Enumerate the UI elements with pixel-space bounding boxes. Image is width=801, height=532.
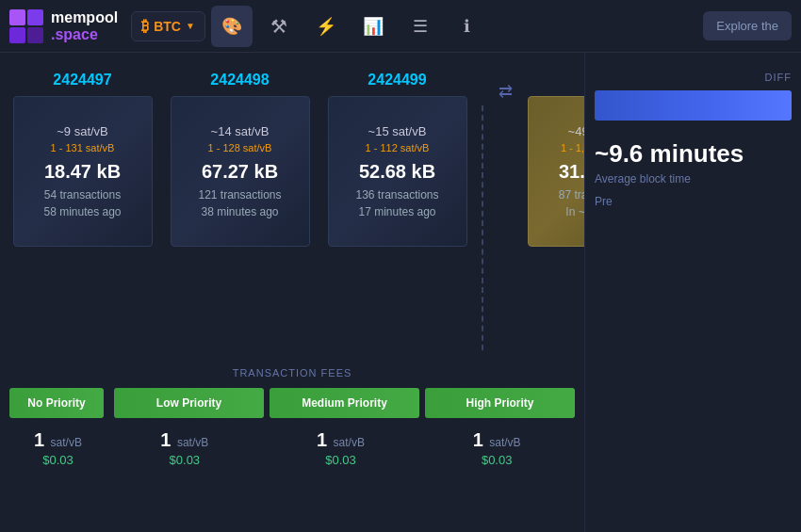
nav-info-button[interactable]: ℹ [447, 6, 488, 47]
block-range-0: 1 - 131 sat/vB [51, 142, 115, 153]
fee-value-medium-priority: 1 sat/vB $0.03 [263, 429, 419, 467]
logo-icon [9, 9, 43, 43]
info-icon: ℹ [464, 16, 470, 37]
charts-icon: 📊 [363, 16, 384, 37]
block-number-1: 2424498 [210, 72, 269, 89]
block-sat-1: ~14 sat/vB [211, 124, 270, 138]
block-time-2: 17 minutes ago [358, 205, 435, 218]
block-txcount-pending: 87 transactions [559, 188, 584, 202]
block-cube-pending[interactable]: ~49 sat/vB 1 - 1,571 sat/vB 31.01 kB 87 … [528, 96, 585, 247]
fee-usd-no-priority: $0.03 [42, 453, 74, 467]
header: mempool .space ₿ BTC ▼ 🎨 ⚒ ⚡ 📊 ☰ ℹ Explo… [0, 0, 801, 53]
fee-segment-medium-priority[interactable]: Medium Priority [270, 388, 419, 418]
block-number-0: 2424497 [53, 72, 111, 89]
fees-bar-row: No Priority Low Priority Medium Priority… [9, 388, 575, 418]
block-sat-2: ~15 sat/vB [368, 124, 427, 138]
mining-icon: ⚒ [270, 15, 287, 38]
fee-sat-low-priority: 1 sat/vB [160, 429, 208, 451]
fee-usd-high-priority: $0.03 [482, 453, 513, 467]
btc-label: BTC [154, 19, 181, 34]
block-range-2: 1 - 112 sat/vB [366, 142, 430, 153]
block-time-0: 58 minutes ago [43, 205, 121, 218]
blocks-row: 2424497 ~9 sat/vB 1 - 131 sat/vB 18.47 k… [0, 72, 584, 350]
block-size-0: 18.47 kB [44, 161, 121, 183]
block-txcount-0: 54 transactions [44, 188, 121, 202]
block-card-1: 2424498 ~14 sat/vB 1 - 128 sat/vB 67.27 … [167, 72, 313, 247]
fee-segment-low-priority-label: Low Priority [156, 396, 221, 410]
block-sat-pending: ~49 sat/vB [568, 124, 584, 138]
logo-mempool: mempool [51, 9, 118, 25]
fee-sat-high-priority: 1 sat/vB [473, 429, 521, 451]
block-txcount-2: 136 transactions [355, 188, 438, 202]
fee-segment-no-priority-label: No Priority [27, 396, 85, 410]
fees-label: TRANSACTION FEES [9, 367, 575, 379]
fee-sat-medium-priority: 1 sat/vB [317, 429, 365, 451]
block-time-pending: In ~1 minute [565, 205, 584, 218]
left-panel: 2424497 ~9 sat/vB 1 - 131 sat/vB 18.47 k… [0, 53, 584, 532]
difficulty-bar [595, 90, 792, 121]
block-txcount-1: 121 transactions [198, 188, 281, 202]
mempool-divider [482, 105, 483, 350]
block-range-pending: 1 - 1,571 sat/vB [561, 142, 584, 153]
btc-selector-button[interactable]: ₿ BTC ▼ [131, 11, 205, 41]
fee-value-low-priority: 1 sat/vB $0.03 [106, 429, 263, 467]
svg-rect-1 [27, 9, 43, 25]
block-card-2: 2424499 ~15 sat/vB 1 - 112 sat/vB 52.68 … [324, 72, 470, 247]
fee-segment-high-priority-label: High Priority [466, 396, 533, 410]
block-cube-2[interactable]: ~15 sat/vB 1 - 112 sat/vB 52.68 kB 136 t… [328, 96, 467, 247]
fee-divider-1 [107, 388, 110, 418]
block-card-0: 2424497 ~9 sat/vB 1 - 131 sat/vB 18.47 k… [9, 72, 155, 247]
block-range-1: 1 - 128 sat/vB [208, 142, 272, 153]
svg-rect-0 [9, 9, 25, 25]
right-panel: DIFF ~9.6 minutes Average block time Pre [584, 53, 801, 532]
fee-value-high-priority: 1 sat/vB $0.03 [418, 429, 575, 467]
block-time-stat: ~9.6 minutes [595, 139, 792, 169]
block-time-sub: Pre [595, 195, 792, 208]
fee-segment-low-priority[interactable]: Low Priority [114, 388, 264, 418]
blocks-icon: ☰ [413, 16, 428, 37]
block-number-2: 2424499 [368, 72, 426, 89]
fees-values-row: 1 sat/vB $0.03 1 sat/vB $0.03 1 sat/vB [9, 429, 575, 467]
block-card-pending: · ~49 sat/vB 1 - 1,571 sat/vB 31.01 kB 8… [524, 72, 584, 247]
btc-icon: ₿ [141, 18, 149, 35]
block-size-2: 52.68 kB [359, 161, 435, 183]
fee-sat-no-priority: 1 sat/vB [34, 429, 82, 451]
explore-button[interactable]: Explore the [703, 11, 792, 40]
nav-blocks-button[interactable]: ☰ [400, 6, 441, 47]
logo-space: .space [51, 26, 98, 42]
nav-mining-button[interactable]: ⚒ [258, 6, 300, 47]
block-size-pending: 31.01 kB [559, 161, 584, 183]
swap-area: ⇄ [499, 72, 513, 102]
logo: mempool .space [9, 9, 118, 43]
fee-usd-low-priority: $0.03 [170, 453, 201, 467]
diff-label: DIFF [595, 72, 792, 83]
svg-rect-3 [27, 27, 43, 43]
fee-segment-no-priority[interactable]: No Priority [9, 388, 104, 418]
fees-section: TRANSACTION FEES No Priority Low Priorit… [0, 367, 584, 467]
fee-usd-medium-priority: $0.03 [325, 453, 356, 467]
fee-segment-medium-priority-label: Medium Priority [302, 396, 387, 410]
svg-rect-2 [9, 27, 25, 43]
block-time-label: Average block time [595, 172, 792, 185]
block-sat-0: ~9 sat/vB [57, 124, 108, 138]
logo-text: mempool .space [51, 9, 118, 42]
block-size-1: 67.27 kB [202, 161, 278, 183]
nav-dashboard-button[interactable]: 🎨 [211, 6, 253, 47]
block-cube-1[interactable]: ~14 sat/vB 1 - 128 sat/vB 67.27 kB 121 t… [171, 96, 310, 247]
block-time-1: 38 minutes ago [201, 205, 278, 218]
block-cube-0[interactable]: ~9 sat/vB 1 - 131 sat/vB 18.47 kB 54 tra… [13, 96, 153, 247]
swap-icon: ⇄ [499, 81, 513, 102]
fee-value-no-priority: 1 sat/vB $0.03 [9, 429, 106, 467]
dashboard-icon: 🎨 [221, 16, 242, 37]
main-content: 2424497 ~9 sat/vB 1 - 131 sat/vB 18.47 k… [0, 53, 801, 532]
lightning-icon: ⚡ [316, 16, 336, 37]
fee-segment-high-priority[interactable]: High Priority [425, 388, 575, 418]
nav-charts-button[interactable]: 📊 [352, 6, 394, 47]
nav-lightning-button[interactable]: ⚡ [305, 6, 347, 47]
btc-dropdown-icon: ▼ [186, 21, 195, 31]
